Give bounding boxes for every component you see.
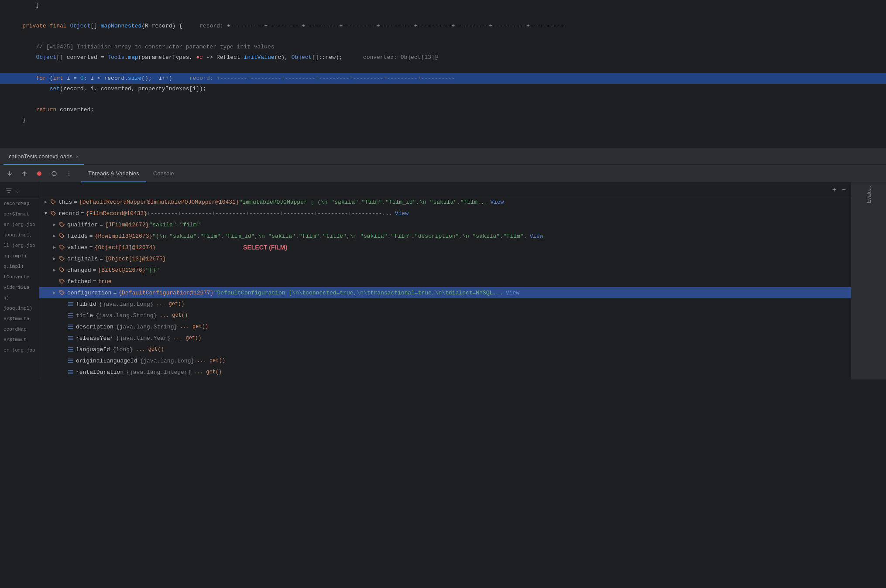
tab-threads-variables[interactable]: Threads & Variables: [81, 166, 146, 181]
tab-label: cationTests.contextLoads: [9, 153, 72, 160]
var-row-this[interactable]: ▶ this = {DefaultRecordMapper$ImmutableP…: [39, 196, 851, 208]
stack-frame-item[interactable]: q): [0, 293, 39, 303]
filter-icon: [6, 188, 12, 194]
svg-point-1: [52, 171, 56, 176]
filter-button[interactable]: [3, 186, 14, 196]
debug-session-tab[interactable]: cationTests.contextLoads ×: [3, 148, 84, 165]
stop-icon: [36, 171, 42, 177]
var-row-releaseyear[interactable]: ▶ releaseYear {java.time.Year} ... get(): [39, 332, 851, 344]
var-row-originals[interactable]: ▶ originals = {Object[13]@12675}: [39, 253, 851, 264]
list-icon: [67, 312, 74, 318]
svg-point-7: [61, 257, 62, 258]
list-icon: [67, 346, 74, 352]
expand-arrow-changed[interactable]: ▶: [52, 267, 58, 273]
stack-frame-item[interactable]: er (org.joo: [0, 219, 39, 230]
list-icon: [67, 358, 74, 364]
code-line: [0, 10, 886, 21]
var-row-filmid[interactable]: ▶ filmId {java.lang.Long} ... get(): [39, 298, 851, 310]
expand-arrow-values[interactable]: ▶: [52, 244, 58, 250]
expand-arrow-configuration[interactable]: ▶: [52, 290, 58, 296]
var-row-changed[interactable]: ▶ changed = {BitSet@12676} "{}": [39, 264, 851, 276]
view-link-fields[interactable]: View: [529, 233, 543, 239]
add-watch-button[interactable]: +: [831, 186, 838, 194]
code-editor: } private final Object[] mapNonnested(R …: [0, 0, 886, 148]
svg-point-5: [61, 235, 62, 236]
stack-frame-item[interactable]: er (org.joo: [0, 345, 39, 356]
view-link-configuration[interactable]: View: [506, 290, 519, 296]
tag-icon: [58, 255, 65, 262]
var-row-fetched[interactable]: ▶ fetched = true: [39, 276, 851, 287]
list-icon: [67, 369, 74, 375]
stack-frame-item[interactable]: tConverte: [0, 272, 39, 282]
var-row-qualifier[interactable]: ▶ qualifier = {JFilm@12672} "sakila"."fi…: [39, 219, 851, 230]
step-up-icon: [21, 171, 27, 177]
stack-frame-item[interactable]: recordMap: [0, 198, 39, 209]
svg-point-4: [61, 223, 62, 224]
code-line: }: [0, 115, 886, 126]
step-down-icon: [7, 171, 13, 177]
expand-arrow-originals[interactable]: ▶: [52, 256, 58, 262]
svg-point-3: [52, 212, 53, 213]
stack-frame-item[interactable]: vider$$La: [0, 282, 39, 293]
step-up-button[interactable]: [18, 168, 31, 180]
stack-frame-item[interactable]: er$Immuta: [0, 314, 39, 324]
remove-watch-button[interactable]: −: [840, 186, 848, 194]
step-down-button[interactable]: [3, 168, 16, 180]
code-line: // [#10425] Initialise array to construc…: [0, 42, 886, 52]
tab-threads-variables-label: Threads & Variables: [88, 170, 139, 177]
stack-frame-item[interactable]: ecordMap: [0, 324, 39, 335]
expand-arrow-this[interactable]: ▶: [43, 199, 49, 205]
tab-close-btn[interactable]: ×: [76, 154, 79, 159]
stack-frame-item[interactable]: jooq.impl,: [0, 230, 39, 240]
var-row-values[interactable]: ▶ values = {Object[13]@12674} SELECT (FI…: [39, 242, 851, 253]
var-row-configuration[interactable]: ▶ configuration = {DefaultConfiguration@…: [39, 287, 851, 298]
tag-icon: [58, 244, 65, 251]
expand-arrow-record[interactable]: ▼: [43, 210, 49, 216]
evaluate-panel: Evalu...: [851, 182, 886, 379]
code-line: }: [0, 0, 886, 10]
debug-toolbar: ⋮ Threads & Variables Console: [0, 165, 886, 182]
var-row-title[interactable]: ▶ title {java.lang.String} ... get(): [39, 310, 851, 321]
resume-button[interactable]: [48, 168, 60, 180]
expand-arrow-fields[interactable]: ▶: [52, 233, 58, 239]
more-options-button[interactable]: ⋮: [63, 168, 75, 180]
debug-content: ⌄ recordMap per$Immut er (org.joo jooq.i…: [0, 182, 886, 379]
expand-arrow-qualifier[interactable]: ▶: [52, 222, 58, 228]
stack-frame-item[interactable]: er$Immut: [0, 335, 39, 345]
stack-sidebar: ⌄ recordMap per$Immut er (org.joo jooq.i…: [0, 182, 39, 379]
var-row-description[interactable]: ▶ description {java.lang.String} ... get…: [39, 321, 851, 332]
stack-frame-item[interactable]: oq.impl): [0, 251, 39, 261]
resume-icon: [51, 171, 57, 177]
code-line: private final Object[] mapNonnested(R re…: [0, 21, 886, 31]
code-line: return converted;: [0, 105, 886, 115]
var-row-languageid[interactable]: ▶ languageId {long} ... get(): [39, 344, 851, 355]
dots-icon: ⋮: [66, 170, 72, 177]
view-link-this[interactable]: View: [490, 199, 504, 205]
list-icon: [67, 335, 74, 341]
tag-icon: [50, 210, 57, 217]
chevron-down-icon[interactable]: ⌄: [14, 188, 21, 195]
tag-icon: [50, 198, 57, 205]
tag-icon: [58, 278, 65, 285]
var-row-fields[interactable]: ▶ fields = {RowImpl13@12673} "(\n "sakil…: [39, 230, 851, 242]
select-film-label: SELECT (FILM): [243, 244, 287, 251]
svg-point-0: [37, 171, 41, 176]
svg-point-2: [52, 201, 53, 202]
var-row-rentalduration[interactable]: ▶ rentalDuration {java.lang.Integer} ...…: [39, 366, 851, 378]
code-line: Object[] converted = Tools.map(parameter…: [0, 52, 886, 63]
tab-console[interactable]: Console: [146, 166, 181, 181]
view-link-record[interactable]: View: [395, 210, 409, 217]
tab-console-label: Console: [153, 170, 174, 177]
stack-frame-item[interactable]: ll (org.joo: [0, 240, 39, 251]
tag-icon: [58, 221, 65, 228]
svg-point-8: [61, 269, 62, 270]
stop-button[interactable]: [33, 168, 45, 180]
stack-frame-item[interactable]: jooq.impl): [0, 303, 39, 314]
code-line: [0, 63, 886, 73]
var-row-originallanguageid[interactable]: ▶ originalLanguageId {java.lang.Long} ..…: [39, 355, 851, 366]
code-line: set(record, i, converted, propertyIndexe…: [0, 84, 886, 94]
stack-frame-item[interactable]: per$Immut: [0, 209, 39, 219]
var-row-record[interactable]: ▼ record = {FilmRecord@10433} +--------+…: [39, 208, 851, 219]
list-icon: [67, 301, 74, 307]
stack-frame-item[interactable]: q.impl): [0, 261, 39, 272]
